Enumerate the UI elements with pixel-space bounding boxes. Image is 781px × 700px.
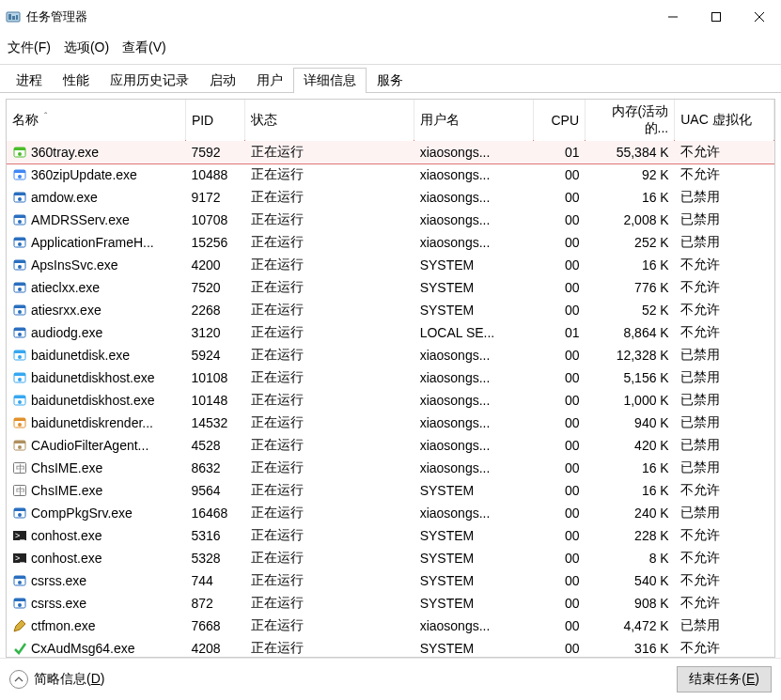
cell-status: 正在运行 bbox=[245, 163, 414, 186]
process-icon bbox=[12, 190, 27, 205]
menu-view[interactable]: 查看(V) bbox=[120, 38, 168, 58]
table-row[interactable]: 360zipUpdate.exe10488正在运行xiaosongs...009… bbox=[7, 163, 774, 186]
close-button[interactable] bbox=[738, 2, 781, 32]
cell-uac: 不允许 bbox=[675, 276, 774, 299]
cell-user: xiaosongs... bbox=[414, 614, 534, 637]
table-row[interactable]: baidunetdisk.exe5924正在运行xiaosongs...0012… bbox=[7, 344, 774, 366]
cell-pid: 10148 bbox=[185, 389, 244, 412]
tab-processes[interactable]: 进程 bbox=[6, 68, 53, 93]
table-row[interactable]: csrss.exe744正在运行SYSTEM00540 K不允许 bbox=[7, 569, 774, 592]
cell-uac: 已禁用 bbox=[675, 344, 774, 366]
svg-rect-45 bbox=[14, 418, 25, 421]
cell-cpu: 00 bbox=[534, 186, 586, 209]
svg-rect-36 bbox=[14, 350, 25, 353]
table-row[interactable]: atieclxx.exe7520正在运行SYSTEM00776 K不允许 bbox=[7, 276, 774, 299]
tab-app-history[interactable]: 应用历史记录 bbox=[100, 68, 199, 93]
table-row[interactable]: csrss.exe872正在运行SYSTEM00908 K不允许 bbox=[7, 592, 774, 614]
tab-users[interactable]: 用户 bbox=[246, 68, 293, 93]
cell-uac: 不允许 bbox=[675, 141, 774, 163]
col-header-pid[interactable]: PID bbox=[185, 100, 244, 141]
table-row[interactable]: ApsInsSvc.exe4200正在运行SYSTEM0016 K不允许 bbox=[7, 254, 774, 276]
cell-cpu: 01 bbox=[534, 141, 586, 163]
cell-name: ctfmon.exe bbox=[7, 614, 185, 637]
minimize-button[interactable] bbox=[651, 2, 695, 32]
cell-user: xiaosongs... bbox=[414, 434, 534, 457]
col-header-memory[interactable]: 内存(活动的... bbox=[586, 100, 675, 141]
tab-performance[interactable]: 性能 bbox=[53, 68, 100, 93]
table-header: 名称ˆ PID 状态 用户名 CPU 内存(活动的... UAC 虚拟化 bbox=[7, 100, 774, 141]
cell-user: xiaosongs... bbox=[414, 141, 534, 163]
table-row[interactable]: amdow.exe9172正在运行xiaosongs...0016 K已禁用 bbox=[7, 186, 774, 209]
svg-point-25 bbox=[18, 265, 22, 269]
menu-file[interactable]: 文件(F) bbox=[6, 38, 53, 58]
svg-point-22 bbox=[18, 242, 22, 246]
table-row[interactable]: baidunetdiskhost.exe10148正在运行xiaosongs..… bbox=[7, 389, 774, 412]
col-header-status[interactable]: 状态 bbox=[245, 100, 414, 141]
cell-cpu: 00 bbox=[534, 569, 586, 592]
cell-cpu: 00 bbox=[534, 254, 586, 276]
process-icon bbox=[12, 280, 27, 295]
table-row[interactable]: >_conhost.exe5328正在运行SYSTEM008 K不允许 bbox=[7, 547, 774, 569]
cell-pid: 7592 bbox=[185, 141, 244, 163]
cell-name: amdow.exe bbox=[7, 186, 185, 209]
table-row[interactable]: 中ChsIME.exe9564正在运行SYSTEM0016 K不允许 bbox=[7, 479, 774, 502]
cell-pid: 2268 bbox=[185, 299, 244, 321]
table-row[interactable]: >_conhost.exe5316正在运行SYSTEM00228 K不允许 bbox=[7, 524, 774, 547]
end-task-button[interactable]: 结束任务(E) bbox=[677, 666, 772, 692]
cell-cpu: 00 bbox=[534, 592, 586, 614]
cell-user: xiaosongs... bbox=[414, 344, 534, 366]
tab-services[interactable]: 服务 bbox=[367, 68, 414, 93]
table-row[interactable]: CAudioFilterAgent...4528正在运行xiaosongs...… bbox=[7, 434, 774, 457]
menu-options[interactable]: 选项(O) bbox=[62, 38, 111, 58]
table-row[interactable]: CompPkgSrv.exe16468正在运行xiaosongs...00240… bbox=[7, 502, 774, 524]
process-icon bbox=[12, 212, 27, 227]
cell-status: 正在运行 bbox=[245, 141, 414, 163]
table-row[interactable]: 中ChsIME.exe8632正在运行xiaosongs...0016 K已禁用 bbox=[7, 457, 774, 479]
cell-uac: 已禁用 bbox=[675, 366, 774, 389]
cell-name: CompPkgSrv.exe bbox=[7, 502, 185, 524]
col-header-cpu[interactable]: CPU bbox=[534, 100, 586, 141]
cell-name: AMDRSServ.exe bbox=[7, 209, 185, 231]
table-row[interactable]: atiesrxx.exe2268正在运行SYSTEM0052 K不允许 bbox=[7, 299, 774, 321]
tab-startup[interactable]: 启动 bbox=[199, 68, 246, 93]
table-row[interactable]: ctfmon.exe7668正在运行xiaosongs...004,472 K已… bbox=[7, 614, 774, 637]
process-table: 名称ˆ PID 状态 用户名 CPU 内存(活动的... UAC 虚拟化 360… bbox=[7, 100, 774, 658]
cell-uac: 已禁用 bbox=[675, 209, 774, 231]
cell-uac: 不允许 bbox=[675, 547, 774, 569]
cell-pid: 5328 bbox=[185, 547, 244, 569]
svg-rect-18 bbox=[14, 215, 25, 218]
table-scroll[interactable]: 名称ˆ PID 状态 用户名 CPU 内存(活动的... UAC 虚拟化 360… bbox=[6, 99, 775, 658]
table-row[interactable]: baidunetdiskhost.exe10108正在运行xiaosongs..… bbox=[7, 366, 774, 389]
tab-details[interactable]: 详细信息 bbox=[293, 68, 367, 93]
cell-pid: 10708 bbox=[185, 209, 244, 231]
cell-memory: 540 K bbox=[586, 569, 675, 592]
svg-rect-48 bbox=[14, 441, 25, 443]
maximize-button[interactable] bbox=[695, 2, 738, 32]
table-row[interactable]: audiodg.exe3120正在运行LOCAL SE...018,864 K不… bbox=[7, 321, 774, 344]
cell-status: 正在运行 bbox=[245, 321, 414, 344]
tab-bar: 进程 性能 应用历史记录 启动 用户 详细信息 服务 bbox=[0, 67, 781, 93]
col-header-user[interactable]: 用户名 bbox=[414, 100, 534, 141]
svg-rect-42 bbox=[14, 396, 25, 398]
table-row[interactable]: AMDRSServ.exe10708正在运行xiaosongs...002,00… bbox=[7, 209, 774, 231]
fewer-details-button[interactable]: 简略信息(D) bbox=[9, 670, 104, 689]
cell-name: >_conhost.exe bbox=[7, 547, 185, 569]
table-row[interactable]: CxAudMsg64.exe4208正在运行SYSTEM00316 K不允许 bbox=[7, 637, 774, 658]
cell-cpu: 00 bbox=[534, 163, 586, 186]
cell-user: xiaosongs... bbox=[414, 231, 534, 254]
cell-status: 正在运行 bbox=[245, 276, 414, 299]
table-row[interactable]: baidunetdiskrender...14532正在运行xiaosongs.… bbox=[7, 412, 774, 434]
cell-uac: 已禁用 bbox=[675, 389, 774, 412]
cell-uac: 已禁用 bbox=[675, 412, 774, 434]
svg-rect-15 bbox=[14, 193, 25, 195]
cell-uac: 不允许 bbox=[675, 321, 774, 344]
col-header-uac[interactable]: UAC 虚拟化 bbox=[675, 100, 774, 141]
cell-name: baidunetdiskhost.exe bbox=[7, 389, 185, 412]
cell-status: 正在运行 bbox=[245, 547, 414, 569]
cell-memory: 776 K bbox=[586, 276, 675, 299]
cell-uac: 已禁用 bbox=[675, 502, 774, 524]
table-row[interactable]: ApplicationFrameH...15256正在运行xiaosongs..… bbox=[7, 231, 774, 254]
table-row[interactable]: 360tray.exe7592正在运行xiaosongs...0155,384 … bbox=[7, 141, 774, 163]
col-header-name[interactable]: 名称ˆ bbox=[7, 100, 185, 141]
cell-pid: 5924 bbox=[185, 344, 244, 366]
